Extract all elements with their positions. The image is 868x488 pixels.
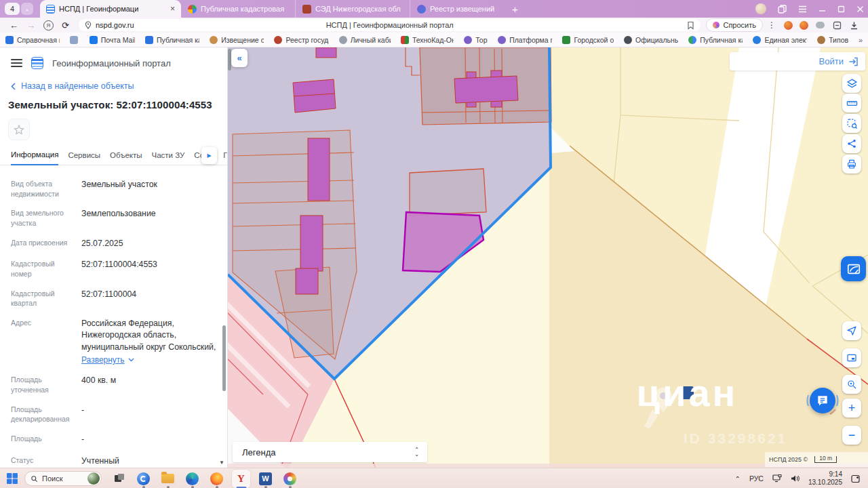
share-button[interactable] [842,134,861,153]
nspd-logo-icon[interactable] [31,57,43,69]
downloads-icon[interactable] [850,21,859,30]
maximize-icon[interactable] [837,5,845,13]
feedback-sticker-button[interactable] [841,256,866,281]
zoom-out-button[interactable]: − [842,426,861,445]
tab-information[interactable]: Информация [11,150,58,165]
hidden-icons-chevron[interactable]: ⌃ [735,475,741,483]
favorite-star-button[interactable] [8,119,30,140]
menu-icon[interactable] [798,5,807,13]
tab-counter[interactable]: 4 ⌄ [5,3,33,15]
search-coordinates-button[interactable] [842,375,861,394]
notifications-icon[interactable] [851,474,860,483]
app-word[interactable]: W [256,470,275,488]
bookmark-item[interactable]: Публичная кадас [688,36,743,44]
map-canvas[interactable]: « Войти + − циан ID 33298621 Легенда ⌃⌄ … [228,47,868,468]
app-edge[interactable] [183,470,201,488]
start-button[interactable] [6,472,18,485]
browser-tab[interactable]: СЭД Нижегородская обл [295,0,410,18]
new-tab-button[interactable]: + [512,3,518,15]
cloud-icon[interactable] [816,22,825,28]
network-icon[interactable] [772,474,782,483]
field-row: Площадь- [11,434,216,445]
print-button[interactable] [842,155,861,174]
locate-me-button[interactable] [842,321,861,340]
bookmark-item[interactable]: Извещение о про [210,36,264,44]
tab-truncated[interactable]: Г [223,151,227,165]
basemap-button[interactable] [842,348,861,367]
bookmark-item[interactable]: Единая электрон [753,36,807,44]
bookmark-item[interactable] [70,36,79,44]
bookmark-item[interactable]: Публичная кадас [145,36,199,44]
gift-icon[interactable] [800,21,808,30]
minimize-icon[interactable] [818,5,826,13]
alice-avatar-icon[interactable] [755,3,766,14]
back-icon[interactable]: ← [9,20,18,30]
chevron-down-icon[interactable]: ⌄ [21,3,33,15]
tab-groups-icon[interactable] [778,5,787,14]
clock[interactable]: 9:14 13.10.2025 [808,470,842,487]
field-row: Площадь уточненная400 кв. м [11,375,216,394]
volume-icon[interactable] [791,474,800,483]
close-tab-icon[interactable]: × [170,4,175,14]
extensions-icon[interactable] [833,21,842,30]
bookmark-item[interactable]: ТехноКад-Онлай [401,36,454,44]
tab-title: НСПД | Геоинформаци [59,5,166,13]
bookmark-item[interactable]: Официальный по [624,36,678,44]
profile-icon[interactable] [784,21,793,30]
bookmark-item[interactable]: Городской округ [562,36,614,44]
app-defender[interactable] [134,470,153,488]
tab-services[interactable]: Сервисы [68,151,100,165]
bookmark-item[interactable]: Типовой [817,36,848,44]
forward-icon[interactable]: → [26,20,35,30]
browser-tab-active[interactable]: НСПД | Геоинформаци × [40,0,181,18]
app-file-explorer[interactable] [159,470,177,488]
tabs-scroll-right-button[interactable]: ▶ [201,147,217,164]
close-window-icon[interactable] [856,5,864,13]
panel-scrollbar-thumb[interactable] [222,325,226,391]
bookmark-item[interactable]: Почта Mail.Ru [90,36,135,44]
login-bar[interactable]: Войти [730,52,865,70]
tab-objects[interactable]: Объекты [110,151,142,165]
app-title: Геоинформационный портал [52,58,171,68]
field-row-address: Адрес Российская Федерация, Нижегородска… [11,318,216,365]
layers-button[interactable] [842,74,861,93]
chat-widget-button[interactable] [806,384,840,418]
zoom-in-button[interactable]: + [842,399,861,418]
address-bar[interactable]: nspd.gov.ru НСПД | Геоинформационный пор… [79,19,701,31]
browser-tab[interactable]: Публичная кадастровая [181,0,295,18]
bookmark-item[interactable]: Личный кабинет [339,36,391,44]
tab-count[interactable]: 4 [5,3,20,15]
app-paint[interactable] [281,470,299,488]
reload-icon[interactable]: ⟳ [62,20,69,30]
ask-ai-button[interactable]: Спросить [706,18,763,32]
tab-parts[interactable]: Части ЗУ [152,151,185,165]
back-to-results-link[interactable]: Назад в найденные объекты [11,81,216,91]
menu-burger-icon[interactable] [11,59,22,67]
collapse-panel-button[interactable]: « [231,49,248,67]
legend-expand-icon[interactable]: ⌃⌄ [414,448,419,457]
more-options-icon[interactable]: ⋮ [768,20,776,30]
bookmark-item[interactable]: Торги [464,36,488,44]
field-row: СтатусУчтенный [11,455,216,467]
bookmark-flag-icon[interactable] [687,21,694,30]
bookmark-item[interactable]: Справочная инфо [5,36,60,44]
language-indicator[interactable]: РУС [749,474,764,483]
legend-bar[interactable]: Легенда ⌃⌄ [233,442,427,462]
task-view-button[interactable] [110,470,128,488]
select-area-button[interactable] [842,114,861,133]
bookmark-item[interactable]: Платформа госуд [498,36,552,44]
scroll-down-icon[interactable]: ▼ [219,460,224,466]
login-label: Войти [819,56,844,66]
app-firefox[interactable] [208,470,226,488]
app-yandex-browser[interactable]: Y [232,470,250,488]
measure-button[interactable] [842,94,861,113]
browser-tab[interactable]: Реестр извещений [410,0,504,18]
bookmark-favicon [624,36,632,44]
taskbar-apps: Y W [110,470,299,488]
bookmark-item[interactable]: Реестр государст [274,36,328,44]
expand-address-link[interactable]: Развернуть [81,355,134,365]
search-icon [31,475,38,483]
taskbar-search[interactable]: Поиск [24,471,102,486]
bookmarks-overflow-button[interactable]: » [859,36,863,44]
browser-mode-icon[interactable]: Я [43,20,54,30]
